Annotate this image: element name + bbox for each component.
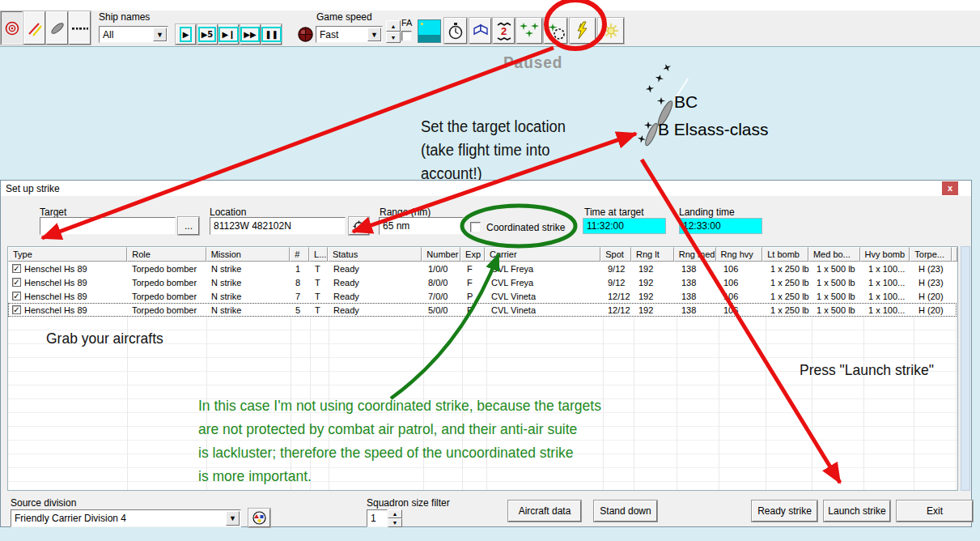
stand-down-button[interactable]: Stand down (594, 501, 657, 522)
cell-text: Henschel Hs 89 (24, 305, 87, 315)
table-row[interactable]: Henschel Hs 89Torpedo bomberN strike1TRe… (8, 262, 957, 275)
column-header-exp[interactable]: Exp (460, 247, 485, 262)
column-header-type[interactable]: Type (8, 247, 127, 262)
cell: 1 x 500 lb (812, 289, 864, 303)
column-header-l-[interactable]: L... (309, 247, 328, 262)
toolbar-stopwatch-button[interactable] (444, 18, 467, 44)
ship-names-value: All (103, 29, 113, 40)
toolbar-squadrons-button[interactable] (516, 18, 542, 44)
column-header-rng-med[interactable]: Rng med (674, 247, 716, 262)
location-field[interactable]: 81123W 482102N (210, 217, 346, 235)
column-header-rng-lt[interactable]: Rng lt (631, 247, 674, 262)
location-label: Location (210, 207, 246, 218)
row-checkbox[interactable] (12, 292, 21, 300)
ready-strike-button[interactable]: Ready strike (752, 501, 817, 522)
cell: H (23) (914, 262, 957, 275)
column-header-number[interactable]: Number (422, 247, 460, 262)
paused-indicator: Paused (503, 53, 562, 72)
column-header-med-bo-[interactable]: Med bo... (808, 247, 860, 262)
squadron-size-stepper[interactable]: ▲ ▼ (388, 509, 402, 527)
cell: 1 x 100... (864, 303, 914, 317)
toolbar-pause-button[interactable]: ❚❚ (261, 24, 282, 45)
toolbar-sun-button[interactable] (598, 18, 624, 44)
cell: Ready (329, 262, 424, 275)
cell: Torpedo bomber (128, 275, 207, 289)
toolbar-speed-knob[interactable] (296, 25, 315, 44)
step-up-icon[interactable]: ▲ (386, 20, 401, 32)
toolbar-strike-button[interactable] (570, 18, 596, 44)
step-down-icon[interactable]: ▼ (388, 518, 402, 527)
toolbar-play-fast-button[interactable]: ▶▶ (240, 24, 261, 45)
table-row[interactable]: Henschel Hs 89Torpedo bomberN strike7TRe… (8, 289, 957, 303)
division-composition-button[interactable] (248, 509, 270, 527)
toolbar-course-plot-button[interactable] (23, 11, 45, 45)
toolbar-depth-button[interactable]: 2 (493, 18, 515, 44)
column-header-spot[interactable]: Spot (600, 247, 631, 262)
cell: 5 (291, 303, 311, 317)
time-at-target-field: 11:32:00 (583, 218, 666, 234)
launch-strike-button[interactable]: Launch strike (824, 501, 890, 522)
annotation-target-location: Set the target location(take flight time… (421, 115, 566, 185)
cell: 106 (719, 275, 766, 289)
toolbar-play-5-button[interactable]: ▶5 (197, 24, 218, 45)
toolbar-aircraft-settings-button[interactable] (544, 18, 567, 44)
column-header-hvy-bomb[interactable]: Hvy bomb (860, 247, 910, 262)
column-header--[interactable]: # (290, 247, 309, 262)
cell: 1 x 250 lb (766, 262, 812, 275)
table-scrollbar[interactable] (961, 246, 970, 491)
toolbar-play-skip-button[interactable]: ▶❙ (218, 24, 239, 45)
cell: 5/0/0 (424, 303, 463, 317)
step-up-icon[interactable]: ▲ (388, 509, 402, 518)
crosshair-icon (353, 220, 365, 232)
browse-target-button[interactable]: ... (178, 217, 199, 235)
column-header-mission[interactable]: Mission (206, 247, 290, 262)
fa-checkbox[interactable] (401, 31, 412, 41)
cell: Ready (329, 289, 424, 303)
column-header-lt-bomb[interactable]: Lt bomb (762, 247, 808, 262)
column-header-torpe-[interactable]: Torpe... (910, 247, 952, 262)
cell: 9/12 (604, 262, 634, 275)
column-header-carrier[interactable]: Carrier (485, 247, 600, 262)
squadron-group-icon (519, 21, 540, 40)
cell: 1 x 250 lb (766, 289, 812, 303)
toolbar-torpedo-button[interactable] (46, 11, 68, 45)
row-checkbox[interactable] (12, 305, 21, 314)
dialog-titlebar[interactable]: Set up strike x (1, 181, 971, 196)
column-header-status[interactable]: Status (328, 247, 422, 262)
coordinated-strike-checkbox[interactable] (470, 222, 481, 232)
cell: Torpedo bomber (128, 289, 207, 303)
lightning-strike-icon (574, 21, 592, 40)
toolbar-target-button[interactable] (1, 11, 23, 45)
torpedo-icon (49, 19, 66, 37)
table-row[interactable]: Henschel Hs 89Torpedo bomberN strike5TRe… (8, 303, 957, 317)
column-header-role[interactable]: Role (127, 247, 206, 262)
game-speed-select[interactable]: Fast ▼ (316, 26, 383, 43)
row-checkbox[interactable] (12, 264, 21, 273)
aircraft-data-button[interactable]: Aircraft data (508, 501, 581, 522)
map-preview-icon[interactable] (418, 19, 441, 43)
cell: T (311, 275, 329, 289)
location-value: 81123W 482102N (214, 220, 291, 232)
ship-names-select[interactable]: All ▼ (99, 26, 168, 43)
row-checkbox[interactable] (12, 278, 21, 287)
dashed-line-icon (71, 24, 89, 32)
column-header-rng-hvy[interactable]: Rng hvy (716, 247, 763, 262)
table-row[interactable]: Henschel Hs 89Torpedo bomberN strike8TRe… (8, 275, 957, 289)
exit-button[interactable]: Exit (897, 501, 973, 522)
cell: Henschel Hs 89 (8, 303, 128, 317)
cell-text: Henschel Hs 89 (24, 292, 87, 301)
toolbar-dashed-line-button[interactable] (69, 11, 91, 45)
step-down-icon[interactable]: ▼ (386, 32, 401, 43)
toolbar-logbook-button[interactable] (469, 18, 491, 44)
speed-stepper[interactable]: ▲ ▼ (386, 20, 401, 43)
source-division-select[interactable]: Friendly Carrier Division 4 ▼ (11, 509, 241, 527)
cell: 7 (291, 289, 311, 303)
squadron-size-filter-field[interactable]: 1 (367, 509, 388, 527)
target-field[interactable] (40, 217, 176, 235)
chevron-down-icon: ▼ (367, 28, 381, 41)
toolbar-play-button[interactable]: ▶ (176, 24, 196, 45)
source-division-value: Friendly Carrier Division 4 (15, 513, 126, 524)
close-icon[interactable]: x (942, 181, 958, 195)
cell: 138 (677, 262, 719, 275)
pick-location-button[interactable] (349, 217, 369, 235)
